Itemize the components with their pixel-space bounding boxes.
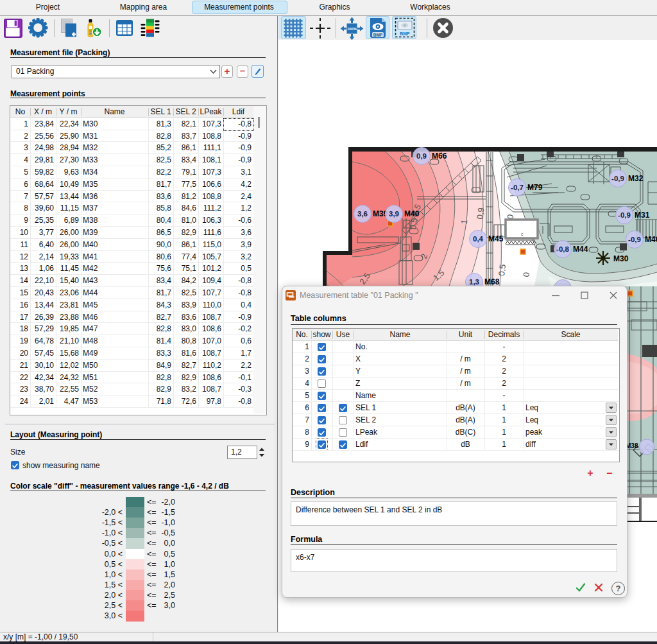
svg-text:0,5: 0,5: [497, 264, 508, 277]
svg-text:M46: M46: [645, 235, 657, 244]
svg-text:M44: M44: [573, 245, 588, 254]
svg-text:M68: M68: [484, 277, 500, 286]
svg-text:M45: M45: [488, 234, 504, 243]
svg-text:M32: M32: [628, 174, 644, 183]
svg-text:M66: M66: [432, 152, 447, 161]
svg-text:c: c: [521, 232, 524, 236]
svg-text:M30: M30: [613, 254, 629, 263]
svg-text:BMP: BMP: [400, 31, 410, 36]
svg-text:-0,7: -0,7: [511, 184, 524, 191]
svg-text:M40: M40: [404, 209, 420, 218]
svg-text:-0,9: -0,9: [618, 211, 631, 219]
svg-text:0,9: 0,9: [416, 152, 427, 160]
svg-text:0,9: 0,9: [475, 207, 486, 220]
svg-text:100%: 100%: [347, 27, 357, 31]
svg-text:-0,8: -0,8: [556, 245, 569, 253]
svg-text:1,3: 1,3: [469, 278, 479, 286]
svg-text:-0,9: -0,9: [611, 175, 624, 182]
svg-text:-0,9: -0,9: [628, 236, 641, 243]
svg-text:3,9: 3,9: [389, 210, 399, 218]
svg-text:BMP: BMP: [373, 33, 383, 37]
svg-text:M31: M31: [635, 211, 650, 220]
svg-text:M79: M79: [527, 183, 543, 192]
svg-text:0,4: 0,4: [473, 235, 484, 243]
svg-text:3,6: 3,6: [357, 210, 368, 218]
